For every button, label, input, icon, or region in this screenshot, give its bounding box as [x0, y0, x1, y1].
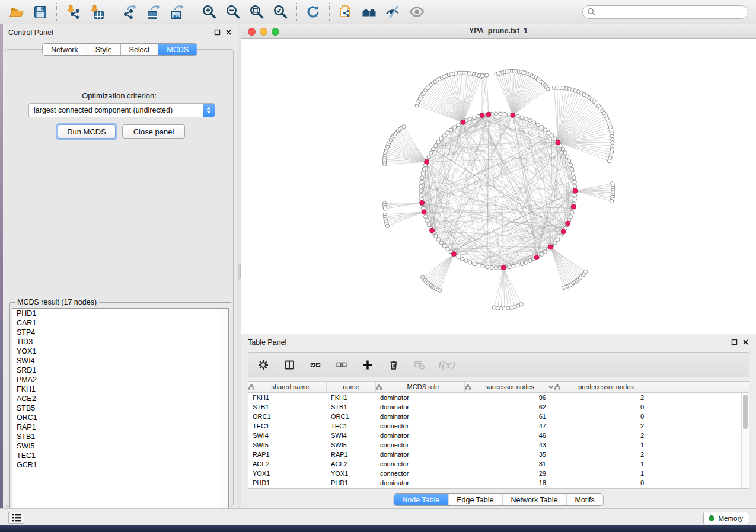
mcds-hub-node[interactable] [425, 159, 429, 164]
mcds-result-item[interactable]: PMA2 [12, 375, 228, 384]
network-node[interactable] [427, 155, 430, 158]
mcds-hub-node[interactable] [561, 229, 566, 234]
mcds-hub-node[interactable] [451, 252, 456, 257]
zoom-out-button[interactable] [221, 2, 245, 22]
network-node[interactable] [540, 126, 543, 129]
network-node[interactable] [449, 128, 452, 132]
network-node[interactable] [570, 210, 574, 214]
network-node[interactable] [512, 264, 515, 268]
cell-shared-name[interactable]: SWI4 [248, 431, 327, 440]
network-node[interactable] [503, 112, 506, 116]
cell-name[interactable]: STB1 [327, 402, 376, 412]
cell-predecessor-nodes[interactable]: 0 [554, 402, 652, 412]
table-row[interactable]: ACE2ACE2connector311 [248, 459, 749, 469]
network-node[interactable] [420, 176, 424, 180]
network-node[interactable] [571, 171, 575, 175]
table-row[interactable]: SWI4SWI4dominator462 [248, 431, 749, 440]
cell-MCDS-role[interactable]: dominator [376, 412, 465, 421]
cell-name[interactable]: ACE2 [327, 459, 376, 469]
mcds-hub-node[interactable] [422, 210, 426, 214]
mcds-result-item[interactable]: YOX1 [12, 347, 228, 356]
network-leaf-node[interactable] [583, 270, 587, 273]
cell-shared-name[interactable]: FKH1 [248, 393, 327, 402]
add-column-button[interactable] [360, 357, 375, 373]
mcds-result-item[interactable]: STP4 [12, 328, 228, 337]
mcds-result-item[interactable]: STB1 [12, 432, 228, 441]
network-node[interactable] [439, 137, 443, 140]
cell-name[interactable]: SWI5 [327, 440, 376, 450]
network-node[interactable] [540, 252, 543, 256]
network-node[interactable] [573, 180, 576, 184]
table-row[interactable]: TEC1TEC1connector472 [248, 421, 749, 431]
network-node[interactable] [420, 180, 423, 184]
refresh-button[interactable] [301, 2, 325, 22]
mcds-result-item[interactable]: FKH1 [12, 384, 228, 394]
mcds-result-item[interactable]: TEC1 [12, 451, 228, 460]
export-table-button[interactable] [141, 2, 165, 22]
network-leaf-node[interactable] [383, 207, 387, 210]
mcds-hub-node[interactable] [571, 204, 576, 209]
network-node[interactable] [547, 131, 550, 134]
cell-shared-name[interactable]: STB1 [248, 402, 327, 412]
float-panel-icon[interactable] [731, 339, 738, 345]
network-window-titlebar[interactable]: YPA_prune.txt_1 [241, 24, 756, 39]
network-node[interactable] [520, 116, 524, 119]
network-node[interactable] [425, 219, 429, 222]
export-network-button[interactable] [117, 2, 141, 22]
search-input[interactable] [596, 7, 748, 18]
mcds-result-item[interactable]: SWI4 [12, 356, 228, 366]
cell-name[interactable]: RAP1 [327, 450, 376, 459]
network-leaf-node[interactable] [385, 224, 389, 227]
network-node[interactable] [457, 255, 460, 258]
cell-predecessor-nodes[interactable]: 2 [554, 393, 652, 402]
tab-style[interactable]: Style [87, 44, 121, 55]
network-node[interactable] [520, 262, 524, 265]
close-panel-icon[interactable] [225, 29, 232, 36]
cell-successor-nodes[interactable]: 18 [465, 478, 554, 488]
network-node[interactable] [464, 259, 468, 262]
run-mcds-button[interactable]: Run MCDS [58, 124, 116, 139]
table-row[interactable]: SWI5SWI5connector431 [248, 440, 749, 450]
network-node[interactable] [481, 264, 484, 268]
network-node[interactable] [446, 247, 449, 251]
network-leaf-node[interactable] [610, 199, 613, 203]
cell-predecessor-nodes[interactable]: 2 [554, 450, 652, 459]
import-table-button[interactable] [85, 2, 109, 22]
network-node[interactable] [499, 112, 502, 116]
column-header-predecessor-nodes[interactable]: predecessor nodes [554, 382, 652, 392]
cell-name[interactable]: YOX1 [327, 469, 376, 478]
network-node[interactable] [434, 234, 438, 238]
network-node[interactable] [543, 128, 547, 132]
mcds-hub-node[interactable] [511, 113, 515, 117]
cell-shared-name[interactable]: SWI5 [248, 440, 327, 450]
cell-MCDS-role[interactable]: connector [376, 469, 465, 478]
mcds-result-item[interactable]: PHD1 [12, 309, 228, 318]
cell-successor-nodes[interactable]: 47 [465, 421, 554, 431]
network-node[interactable] [485, 265, 489, 269]
network-node[interactable] [536, 123, 540, 127]
network-node[interactable] [490, 265, 493, 269]
eye-slash-button[interactable] [381, 2, 405, 22]
table-row[interactable]: YOX1YOX1connector291 [248, 469, 749, 478]
network-node[interactable] [468, 117, 472, 121]
gear-button[interactable] [256, 357, 271, 373]
save-button[interactable] [28, 2, 52, 22]
network-node[interactable] [419, 189, 423, 193]
houses-button[interactable] [358, 2, 381, 22]
close-panel-button[interactable]: Close panel [122, 124, 185, 139]
mcds-result-item[interactable]: TID3 [12, 337, 228, 347]
export-image-button[interactable] [165, 2, 189, 22]
network-node[interactable] [573, 198, 576, 201]
tab-network[interactable]: Network [43, 44, 87, 55]
network-node[interactable] [528, 259, 532, 262]
column-header-name[interactable]: name [327, 382, 376, 392]
cell-successor-nodes[interactable]: 46 [465, 431, 554, 440]
network-node[interactable] [569, 215, 572, 219]
mcds-result-item[interactable]: RAP1 [12, 422, 228, 432]
mcds-result-list[interactable]: PHD1CAR1STP4TID3YOX1SWI4SRD1PMA2FKH1ACE2… [12, 308, 229, 520]
network-node[interactable] [419, 184, 423, 188]
table-row[interactable]: STB1STB1dominator620 [248, 402, 749, 412]
zoom-selected-button[interactable] [269, 2, 292, 22]
network-leaf-node[interactable] [546, 87, 550, 91]
cell-successor-nodes[interactable]: 31 [465, 459, 554, 469]
